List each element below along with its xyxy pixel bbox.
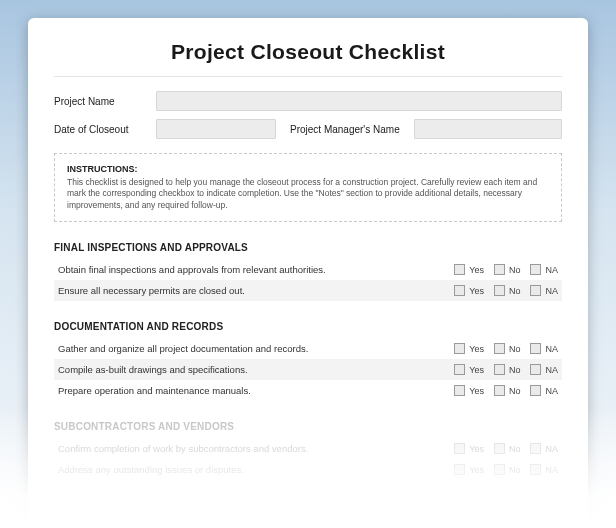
checkbox-icon: [494, 385, 505, 396]
option-na[interactable]: NA: [530, 264, 558, 275]
checklist-row: Address any outstanding issues or disput…: [54, 459, 562, 480]
checklist-row: Ensure all necessary permits are closed …: [54, 280, 562, 301]
instructions-heading: INSTRUCTIONS:: [67, 164, 549, 174]
checklist-text: Gather and organize all project document…: [58, 343, 454, 354]
option-label: Yes: [469, 344, 484, 354]
option-yes[interactable]: Yes: [454, 443, 484, 454]
checkbox-icon: [454, 385, 465, 396]
checklist-row: Confirm completion of work by subcontrac…: [54, 438, 562, 459]
option-no[interactable]: No: [494, 364, 521, 375]
option-no[interactable]: No: [494, 385, 521, 396]
checkbox-icon: [454, 285, 465, 296]
option-yes[interactable]: Yes: [454, 285, 484, 296]
option-label: No: [509, 386, 521, 396]
option-label: Yes: [469, 365, 484, 375]
option-label: NA: [545, 465, 558, 475]
instructions-box: INSTRUCTIONS: This checklist is designed…: [54, 153, 562, 222]
checkbox-icon: [454, 443, 465, 454]
checkbox-icon: [454, 343, 465, 354]
option-yes[interactable]: Yes: [454, 343, 484, 354]
option-no[interactable]: No: [494, 343, 521, 354]
option-no[interactable]: No: [494, 285, 521, 296]
checkbox-icon: [530, 443, 541, 454]
options-group: Yes No NA: [454, 443, 558, 454]
checklist-text: Obtain final inspections and approvals f…: [58, 264, 454, 275]
section-documentation: DOCUMENTATION AND RECORDS Gather and org…: [54, 321, 562, 401]
option-yes[interactable]: Yes: [454, 264, 484, 275]
checklist-text: Address any outstanding issues or disput…: [58, 464, 454, 475]
section-title: FINAL INSPECTIONS AND APPROVALS: [54, 242, 562, 253]
checkbox-icon: [494, 443, 505, 454]
checkbox-icon: [530, 464, 541, 475]
project-name-row: Project Name: [54, 91, 562, 111]
checkbox-icon: [454, 364, 465, 375]
checkbox-icon: [494, 343, 505, 354]
checkbox-icon: [530, 343, 541, 354]
option-no[interactable]: No: [494, 464, 521, 475]
section-final-inspections: FINAL INSPECTIONS AND APPROVALS Obtain f…: [54, 242, 562, 301]
option-label: Yes: [469, 286, 484, 296]
options-group: Yes No NA: [454, 264, 558, 275]
options-group: Yes No NA: [454, 364, 558, 375]
checkbox-icon: [494, 464, 505, 475]
manager-label: Project Manager's Name: [286, 124, 404, 135]
option-label: No: [509, 286, 521, 296]
section-title: DOCUMENTATION AND RECORDS: [54, 321, 562, 332]
option-label: NA: [545, 265, 558, 275]
option-na[interactable]: NA: [530, 443, 558, 454]
checkbox-icon: [494, 264, 505, 275]
divider: [54, 76, 562, 77]
options-group: Yes No NA: [454, 385, 558, 396]
instructions-body: This checklist is designed to help you m…: [67, 177, 549, 211]
option-yes[interactable]: Yes: [454, 364, 484, 375]
option-label: NA: [545, 444, 558, 454]
option-label: NA: [545, 344, 558, 354]
option-na[interactable]: NA: [530, 464, 558, 475]
option-yes[interactable]: Yes: [454, 385, 484, 396]
option-label: No: [509, 444, 521, 454]
option-label: Yes: [469, 386, 484, 396]
section-title: SUBCONTRACTORS AND VENDORS: [54, 421, 562, 432]
option-label: No: [509, 365, 521, 375]
checklist-row: Obtain final inspections and approvals f…: [54, 259, 562, 280]
option-na[interactable]: NA: [530, 385, 558, 396]
option-label: Yes: [469, 265, 484, 275]
project-name-input[interactable]: [156, 91, 562, 111]
manager-input[interactable]: [414, 119, 562, 139]
option-yes[interactable]: Yes: [454, 464, 484, 475]
checklist-text: Prepare operation and maintenance manual…: [58, 385, 454, 396]
option-na[interactable]: NA: [530, 285, 558, 296]
option-label: Yes: [469, 444, 484, 454]
date-label: Date of Closeout: [54, 124, 146, 135]
page-title: Project Closeout Checklist: [54, 40, 562, 64]
option-no[interactable]: No: [494, 264, 521, 275]
option-label: No: [509, 344, 521, 354]
checklist-text: Compile as-built drawings and specificat…: [58, 364, 454, 375]
checkbox-icon: [454, 264, 465, 275]
option-na[interactable]: NA: [530, 343, 558, 354]
option-label: NA: [545, 365, 558, 375]
option-no[interactable]: No: [494, 443, 521, 454]
project-name-label: Project Name: [54, 96, 146, 107]
options-group: Yes No NA: [454, 285, 558, 296]
section-subcontractors: SUBCONTRACTORS AND VENDORS Confirm compl…: [54, 421, 562, 480]
checkbox-icon: [530, 285, 541, 296]
options-group: Yes No NA: [454, 343, 558, 354]
checkbox-icon: [494, 285, 505, 296]
date-manager-row: Date of Closeout Project Manager's Name: [54, 119, 562, 139]
option-label: Yes: [469, 465, 484, 475]
checklist-row: Compile as-built drawings and specificat…: [54, 359, 562, 380]
option-label: NA: [545, 286, 558, 296]
option-label: No: [509, 465, 521, 475]
checkbox-icon: [530, 385, 541, 396]
checklist-row: Gather and organize all project document…: [54, 338, 562, 359]
checkbox-icon: [494, 364, 505, 375]
option-label: No: [509, 265, 521, 275]
checkbox-icon: [454, 464, 465, 475]
option-na[interactable]: NA: [530, 364, 558, 375]
date-input[interactable]: [156, 119, 276, 139]
checklist-row: Prepare operation and maintenance manual…: [54, 380, 562, 401]
options-group: Yes No NA: [454, 464, 558, 475]
document-page: Project Closeout Checklist Project Name …: [28, 18, 588, 528]
checklist-text: Confirm completion of work by subcontrac…: [58, 443, 454, 454]
